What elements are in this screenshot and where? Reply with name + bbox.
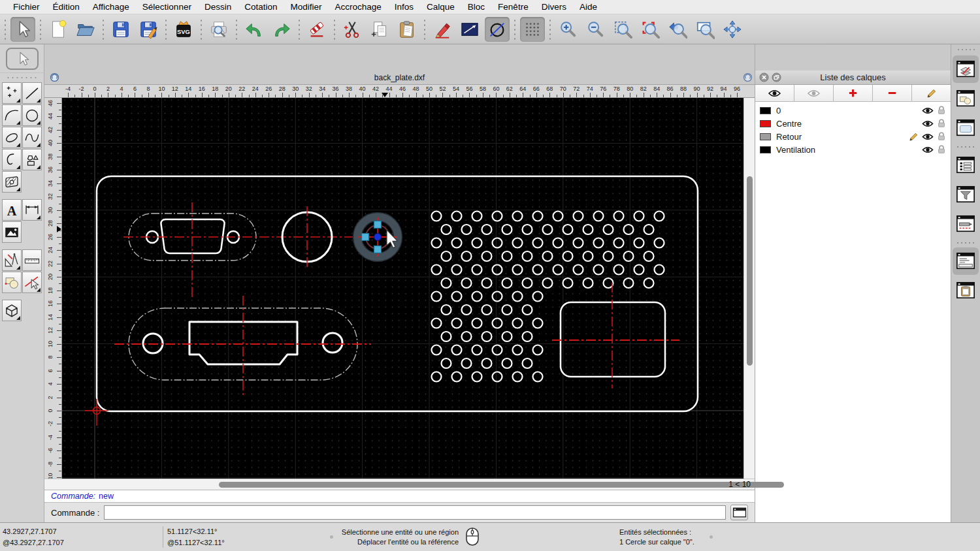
panel-detach-button[interactable] [772,72,781,82]
drawing-canvas[interactable] [62,98,743,479]
polylines-tool-button[interactable] [2,149,22,170]
select-entities-tool-button[interactable] [22,272,42,293]
measure-tool-button[interactable] [22,249,42,271]
layer-name[interactable]: Ventilation [776,145,922,155]
layer-visibility-icon[interactable] [922,106,934,115]
edit-attributes-button[interactable] [430,17,455,42]
menu-calque[interactable]: Calque [420,2,461,12]
layer-lock-icon[interactable] [937,132,946,141]
menu-modifier[interactable]: Modifier [284,2,328,12]
polygons-tool-button[interactable] [22,149,42,170]
menu-fichier[interactable]: Fichier [7,2,46,12]
zoom-window-button[interactable] [693,17,717,42]
3d-tools-tool-button[interactable] [2,300,22,321]
layer-name[interactable]: Retour [776,132,909,142]
arcs-tool-button[interactable] [2,104,22,126]
layer-lock-icon[interactable] [937,119,946,128]
selection-pointer-button[interactable] [10,17,35,42]
circles-tool-button[interactable] [22,104,42,126]
layer-visibility-icon[interactable] [922,133,934,141]
zoom-previous-button[interactable] [665,17,690,42]
print-preview-button[interactable] [206,17,231,42]
horizontal-scrollbar-thumb[interactable] [219,482,784,488]
menu-dessin[interactable]: Dessin [198,2,238,12]
ellipses-tool-button[interactable] [2,127,22,148]
layer-color-swatch[interactable] [760,120,771,127]
grid-toggle-button[interactable] [520,17,545,42]
hide-all-layers-button[interactable] [794,85,834,101]
menu-accrochage[interactable]: Accrochage [328,2,387,12]
draft-mode-button[interactable] [485,17,510,42]
menu-fenetre[interactable]: Fenêtre [491,2,535,12]
layer-color-swatch[interactable] [760,133,771,140]
show-all-layers-button[interactable] [755,85,794,101]
command-window-button[interactable] [730,505,748,520]
layer-row-retour[interactable]: Retour [755,130,951,143]
layer-name[interactable]: 0 [776,106,922,116]
layer-row-centre[interactable]: Centre [755,117,951,130]
blocks-tool-button[interactable] [2,272,22,293]
menu-selectionner[interactable]: Sélectionner [136,2,198,12]
menu-affichage[interactable]: Affichage [86,2,136,12]
copy-button[interactable] [367,17,392,42]
menu-cotation[interactable]: Cotation [238,2,284,12]
export-svg-button[interactable] [171,17,196,42]
pen-palette-panel-button[interactable] [953,210,979,238]
layer-color-swatch[interactable] [760,146,771,153]
zoom-auto-button[interactable] [610,17,635,42]
hatch-tool-button[interactable] [2,171,22,193]
splines-tool-button[interactable] [22,127,42,148]
open-document-button[interactable] [73,17,98,42]
menu-aide[interactable]: Aide [573,2,604,12]
image-tool-button[interactable] [2,221,22,243]
layer-visibility-icon[interactable] [922,146,934,154]
menu-edition[interactable]: Édition [46,2,86,12]
layer-name[interactable]: Centre [776,119,922,129]
layer-row-0[interactable]: 0 [755,104,951,117]
edit-layer-button[interactable] [912,85,951,101]
line-attributes-button[interactable] [457,17,482,42]
new-document-button[interactable] [46,17,71,42]
document-title[interactable]: back_plate.dxf [374,73,425,82]
zoom-pan-button[interactable] [720,17,745,42]
dimensions-tool-button[interactable] [22,199,42,221]
layer-color-swatch[interactable] [760,107,771,114]
menu-divers[interactable]: Divers [535,2,573,12]
undo-button[interactable] [242,17,267,42]
zoom-in-button[interactable] [555,17,580,42]
entity-list-panel-button[interactable] [953,151,979,179]
text-tool-button[interactable] [2,199,22,221]
add-layer-button[interactable] [834,85,873,101]
layer-row-ventilation[interactable]: Ventilation [755,143,951,156]
save-document-button[interactable] [108,17,133,42]
selection-filter-panel-button[interactable] [953,181,979,208]
layer-lock-icon[interactable] [937,106,946,115]
remove-layer-button[interactable] [873,85,912,101]
redo-button[interactable] [269,17,294,42]
modify-tool-button[interactable] [2,249,22,271]
zoom-out-button[interactable] [583,17,608,42]
command-line-panel-button[interactable] [953,247,979,275]
menu-bloc[interactable]: Bloc [461,2,491,12]
zoom-selected-button[interactable] [638,17,662,42]
lines-tool-button[interactable] [22,82,42,104]
horizontal-scrollbar[interactable]: 1 < 10 [44,479,755,490]
layer-visibility-icon[interactable] [922,119,934,128]
palette-drag-handle[interactable] [5,75,39,80]
cut-button[interactable] [340,17,365,42]
select-tool-button[interactable] [6,48,39,70]
layer-list-panel-button[interactable] [953,55,979,83]
vertical-scrollbar[interactable] [743,98,755,479]
block-list-panel-button[interactable] [953,85,979,112]
library-browser-panel-button[interactable] [953,114,979,142]
delete-entities-button[interactable] [304,17,329,42]
points-tool-button[interactable] [2,82,22,104]
panel-close-button[interactable] [759,72,769,82]
strip-drag-handle[interactable] [956,48,975,53]
vertical-scrollbar-thumb[interactable] [747,176,753,366]
paste-button[interactable] [395,17,419,42]
menu-infos[interactable]: Infos [388,2,420,12]
command-input[interactable] [104,505,726,520]
layer-lock-icon[interactable] [937,145,946,154]
clipboard-panel-button[interactable] [953,277,979,304]
